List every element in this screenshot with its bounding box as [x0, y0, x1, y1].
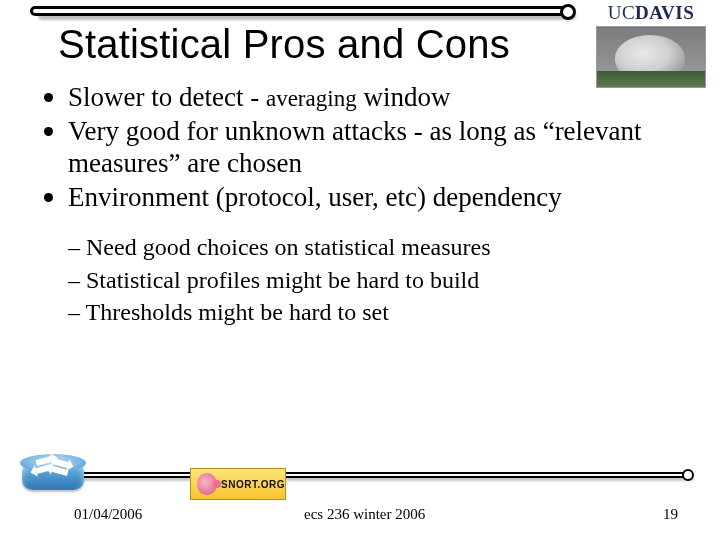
bullet-item: Very good for unknown attacks - as long …: [38, 116, 688, 180]
router-icon: [16, 450, 92, 500]
snort-badge: SNORT.ORG: [190, 468, 286, 500]
sub-bullet-list: Need good choices on statistical measure…: [68, 231, 688, 328]
footer-date: 01/04/2006: [74, 506, 142, 523]
sub-bullet-item: Thresholds might be hard to set: [68, 296, 688, 328]
content-area: Slower to detect - averaging window Very…: [38, 82, 688, 329]
brand-davis: DAVIS: [635, 2, 694, 23]
bullet-text: Very good for unknown attacks - as long …: [68, 116, 642, 178]
sub-bullet-item: Need good choices on statistical measure…: [68, 231, 688, 263]
bullet-text-avg: averaging: [266, 86, 357, 111]
sub-bullet-item: Statistical profiles might be hard to bu…: [68, 264, 688, 296]
bullet-item: Slower to detect - averaging window: [38, 82, 688, 114]
brand-uc: UC: [608, 2, 635, 23]
corner-photo: [596, 26, 706, 88]
bottom-divider: [22, 472, 690, 482]
sub-bullet-text: Thresholds might be hard to set: [86, 299, 389, 325]
footer: 01/04/2006 ecs 236 winter 2006 19: [0, 506, 720, 526]
sub-bullet-text: Statistical profiles might be hard to bu…: [86, 267, 479, 293]
bullet-text-post: window: [357, 82, 451, 112]
ucdavis-brand-block: UCDAVIS: [592, 2, 710, 88]
footer-page-number: 19: [663, 506, 678, 523]
top-divider: [30, 6, 570, 20]
page-title: Statistical Pros and Cons: [58, 22, 510, 67]
sub-bullet-text: Need good choices on statistical measure…: [86, 234, 491, 260]
bullet-text: Environment (protocol, user, etc) depend…: [68, 182, 562, 212]
pig-icon: [197, 473, 217, 495]
bullet-list: Slower to detect - averaging window Very…: [38, 82, 688, 213]
bullet-text-pre: Slower to detect -: [68, 82, 266, 112]
bullet-item: Environment (protocol, user, etc) depend…: [38, 182, 688, 214]
ucdavis-wordmark: UCDAVIS: [592, 2, 710, 24]
footer-course: ecs 236 winter 2006: [304, 506, 425, 523]
snort-label: SNORT.ORG: [221, 479, 285, 490]
